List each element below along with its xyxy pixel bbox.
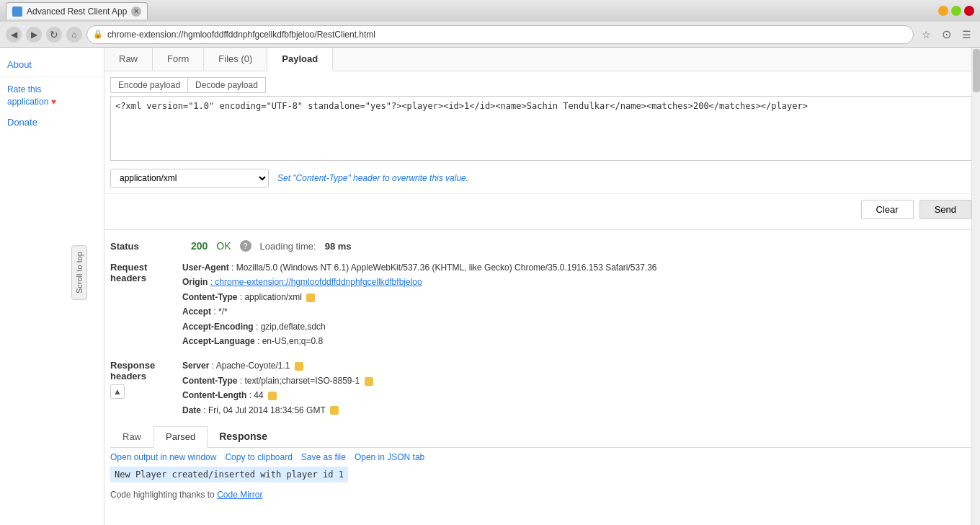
tab-favicon bbox=[12, 6, 22, 17]
encode-payload-btn[interactable]: Encode payload bbox=[110, 77, 187, 93]
minimize-btn[interactable] bbox=[938, 6, 948, 16]
header-user-agent: User-Agent : Mozilla/5.0 (Windows NT 6.1… bbox=[182, 260, 657, 275]
resp-content-type-value: : text/plain;charset=ISO-8859-1 bbox=[240, 376, 360, 386]
response-body: New Player created/inserted with player … bbox=[110, 467, 348, 482]
content-type-select[interactable]: application/xml application/json text/pl… bbox=[110, 169, 269, 188]
forward-btn[interactable]: ▶ bbox=[26, 27, 42, 43]
menu-btn[interactable]: ☰ bbox=[958, 27, 974, 43]
accept-key: Accept bbox=[182, 306, 211, 317]
copy-icon-server[interactable] bbox=[295, 362, 303, 371]
scrollbar-track[interactable] bbox=[971, 48, 980, 525]
save-as-file-btn[interactable]: Save as file bbox=[301, 452, 346, 462]
request-headers-section: Request headers User-Agent : Mozilla/5.0… bbox=[110, 257, 974, 351]
resp-content-type-key: Content-Type bbox=[182, 376, 237, 386]
heart-icon: ♥ bbox=[51, 97, 56, 107]
header-accept-encoding: Accept-Encoding : gzip,deflate,sdch bbox=[182, 319, 657, 334]
tab-form[interactable]: Form bbox=[153, 48, 204, 71]
scroll-to-top-btn[interactable]: Scroll to top bbox=[71, 245, 87, 300]
sidebar-item-about[interactable]: About bbox=[0, 53, 104, 76]
window-controls bbox=[938, 6, 974, 16]
home-btn[interactable]: ⌂ bbox=[66, 27, 82, 43]
tab-close-btn[interactable]: ✕ bbox=[131, 6, 141, 17]
scrollbar-thumb[interactable] bbox=[973, 49, 980, 92]
clear-button[interactable]: Clear bbox=[861, 200, 914, 219]
response-tab-bar: Raw Parsed Response bbox=[110, 426, 974, 448]
response-headers-label: Response headers ▲ bbox=[110, 358, 182, 418]
copy-icon-resp-content-type[interactable] bbox=[365, 377, 373, 386]
code-mirror-note: Code highlighting thanks to Code Mirror bbox=[110, 487, 974, 503]
resp-tab-raw[interactable]: Raw bbox=[110, 426, 153, 447]
header-accept-language: Accept-Language : en-US,en;q=0.8 bbox=[182, 334, 657, 348]
loading-time: 98 ms bbox=[325, 241, 352, 252]
scroll-to-top-label: Scroll to top bbox=[75, 252, 84, 294]
close-btn[interactable] bbox=[964, 6, 974, 16]
user-agent-value: : Mozilla/5.0 (Windows NT 6.1) AppleWebK… bbox=[231, 262, 657, 273]
bookmark-btn[interactable]: ☆ bbox=[918, 27, 934, 43]
accept-encoding-key: Accept-Encoding bbox=[182, 322, 254, 332]
reload-btn[interactable]: ↻ bbox=[46, 27, 62, 43]
copy-clipboard-btn[interactable]: Copy to clipboard bbox=[225, 452, 292, 462]
request-tab-bar: Raw Form Files (0) Payload bbox=[104, 48, 980, 71]
url-text: chrome-extension://hgmloofddffddnphfgcel… bbox=[107, 30, 375, 40]
origin-value: : chrome-extension://hgmloofddffddnphfgc… bbox=[210, 277, 422, 287]
maximize-btn[interactable] bbox=[951, 6, 961, 16]
server-key: Server bbox=[182, 361, 209, 371]
resp-header-date: Date : Fri, 04 Jul 2014 18:34:56 GMT bbox=[182, 403, 373, 418]
payload-section: Encode payload Decode payload <?xml vers… bbox=[104, 71, 980, 193]
browser-tab[interactable]: Advanced Rest Client App ✕ bbox=[6, 2, 148, 19]
accept-encoding-value: : gzip,deflate,sdch bbox=[256, 322, 326, 332]
status-row: Status 200 OK ? Loading time: 98 ms bbox=[110, 234, 974, 257]
response-headers-section: Response headers ▲ Server : Apache-Coyot… bbox=[110, 356, 974, 420]
server-value: : Apache-Coyote/1.1 bbox=[212, 361, 290, 371]
tab-files[interactable]: Files (0) bbox=[204, 48, 267, 71]
resp-header-content-length: Content-Length : 44 bbox=[182, 388, 373, 402]
status-label: Status bbox=[110, 241, 182, 252]
loading-label: Loading time: bbox=[260, 241, 316, 252]
copy-icon-content-type[interactable] bbox=[306, 294, 315, 302]
open-json-btn[interactable]: Open in JSON tab bbox=[355, 452, 424, 462]
copy-icon-date[interactable] bbox=[330, 406, 339, 415]
sidebar-item-rate[interactable]: Rate thisapplication ♥ bbox=[0, 79, 104, 112]
accept-language-value: : en-US,en;q=0.8 bbox=[257, 336, 323, 346]
tab-title: Advanced Rest Client App bbox=[27, 6, 127, 17]
rate-label: Rate thisapplication ♥ bbox=[7, 84, 56, 107]
status-text: OK bbox=[216, 240, 231, 252]
response-area: Status 200 OK ? Loading time: 98 ms Requ… bbox=[104, 234, 980, 503]
response-actions: Open output in new window Copy to clipbo… bbox=[110, 448, 974, 467]
sidebar: About Rate thisapplication ♥ Donate bbox=[0, 48, 104, 525]
date-key: Date bbox=[182, 405, 201, 415]
main-content: Raw Form Files (0) Payload Encode payloa… bbox=[104, 48, 980, 525]
back-btn[interactable]: ◀ bbox=[6, 27, 22, 43]
sidebar-item-donate[interactable]: Donate bbox=[0, 112, 104, 132]
lock-icon: 🔒 bbox=[93, 30, 103, 39]
resp-tab-parsed[interactable]: Parsed bbox=[153, 426, 208, 448]
content-type-val: : application/xml bbox=[240, 292, 302, 302]
header-accept: Accept : */* bbox=[182, 304, 657, 319]
content-type-row: application/xml application/json text/pl… bbox=[110, 169, 974, 188]
origin-key: Origin bbox=[182, 277, 208, 287]
tab-raw[interactable]: Raw bbox=[104, 48, 153, 71]
send-button[interactable]: Send bbox=[919, 200, 971, 219]
open-output-btn[interactable]: Open output in new window bbox=[110, 452, 216, 462]
accept-value: : */* bbox=[213, 306, 227, 317]
collapse-btn[interactable]: ▲ bbox=[110, 384, 125, 399]
header-content-type: Content-Type : application/xml bbox=[182, 290, 657, 304]
code-mirror-link[interactable]: Code Mirror bbox=[217, 490, 262, 500]
address-bar[interactable]: 🔒 chrome-extension://hgmloofddffddnphfgc… bbox=[86, 25, 914, 44]
user-agent-key: User-Agent bbox=[182, 262, 229, 273]
status-info-icon[interactable]: ? bbox=[240, 240, 251, 252]
action-buttons: Clear Send bbox=[104, 193, 980, 225]
accept-language-key: Accept-Language bbox=[182, 336, 255, 346]
resp-header-content-type: Content-Type : text/plain;charset=ISO-88… bbox=[182, 374, 373, 388]
date-value: : Fri, 04 Jul 2014 18:34:56 GMT bbox=[203, 405, 325, 415]
request-headers-values: User-Agent : Mozilla/5.0 (Windows NT 6.1… bbox=[182, 260, 657, 348]
about-label: About bbox=[7, 59, 32, 70]
copy-icon-content-length[interactable] bbox=[268, 392, 277, 400]
donate-label: Donate bbox=[7, 117, 37, 128]
decode-payload-btn[interactable]: Decode payload bbox=[187, 77, 266, 93]
tab-payload[interactable]: Payload bbox=[267, 48, 333, 71]
request-headers-label: Request headers bbox=[110, 260, 182, 348]
encode-decode-bar: Encode payload Decode payload bbox=[110, 77, 974, 93]
chrome-btn[interactable]: ⊙ bbox=[938, 27, 954, 43]
xml-editor[interactable]: <?xml version="1.0" encoding="UTF-8" sta… bbox=[110, 96, 974, 161]
